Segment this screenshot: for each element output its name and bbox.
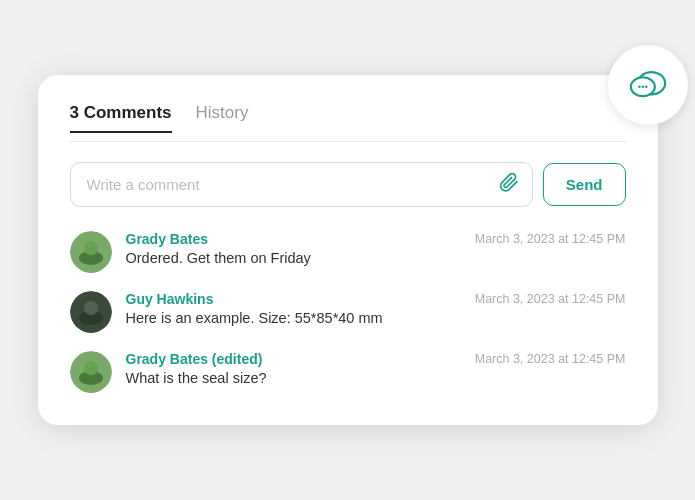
send-button[interactable]: Send	[543, 163, 626, 206]
comment-date-2: March 3, 2023 at 12:45 PM	[475, 292, 626, 306]
comment-text-3: What is the seal size?	[126, 370, 626, 386]
comment-input-wrap	[70, 162, 533, 207]
comment-date-1: March 3, 2023 at 12:45 PM	[475, 232, 626, 246]
comment-text-1: Ordered. Get them on Friday	[126, 250, 626, 266]
comments-card: 3 Comments History Send	[38, 75, 658, 425]
comment-author-1: Grady Bates	[126, 231, 208, 247]
svg-point-8	[84, 241, 98, 255]
comment-input[interactable]	[70, 162, 533, 207]
avatar-grady-1	[70, 231, 112, 273]
comment-item-2: Guy Hawkins March 3, 2023 at 12:45 PM He…	[70, 291, 626, 333]
tab-divider	[70, 141, 626, 142]
comment-author-3: Grady Bates (edited)	[126, 351, 263, 367]
chat-bubble-icon	[608, 45, 688, 125]
svg-point-2	[638, 85, 641, 88]
comment-body-1: Grady Bates March 3, 2023 at 12:45 PM Or…	[126, 231, 626, 266]
comment-date-3: March 3, 2023 at 12:45 PM	[475, 352, 626, 366]
comment-header-2: Guy Hawkins March 3, 2023 at 12:45 PM	[126, 291, 626, 307]
tab-history[interactable]: History	[196, 103, 249, 133]
comment-item-3: Grady Bates (edited) March 3, 2023 at 12…	[70, 351, 626, 393]
tabs-row: 3 Comments History	[70, 103, 626, 133]
attach-icon[interactable]	[499, 172, 519, 197]
svg-point-4	[645, 85, 648, 88]
comment-header-3: Grady Bates (edited) March 3, 2023 at 12…	[126, 351, 626, 367]
comment-input-row: Send	[70, 162, 626, 207]
comments-list: Grady Bates March 3, 2023 at 12:45 PM Or…	[70, 231, 626, 393]
svg-point-16	[84, 361, 98, 375]
tab-comments[interactable]: 3 Comments	[70, 103, 172, 133]
comment-header-1: Grady Bates March 3, 2023 at 12:45 PM	[126, 231, 626, 247]
card-wrapper: 3 Comments History Send	[38, 75, 658, 425]
comment-body-2: Guy Hawkins March 3, 2023 at 12:45 PM He…	[126, 291, 626, 326]
avatar-guy	[70, 291, 112, 333]
comment-body-3: Grady Bates (edited) March 3, 2023 at 12…	[126, 351, 626, 386]
comment-item: Grady Bates March 3, 2023 at 12:45 PM Or…	[70, 231, 626, 273]
comment-author-2: Guy Hawkins	[126, 291, 214, 307]
avatar-grady-2	[70, 351, 112, 393]
svg-point-12	[84, 301, 98, 315]
svg-point-3	[641, 85, 644, 88]
comment-text-2: Here is an example. Size: 55*85*40 mm	[126, 310, 626, 326]
